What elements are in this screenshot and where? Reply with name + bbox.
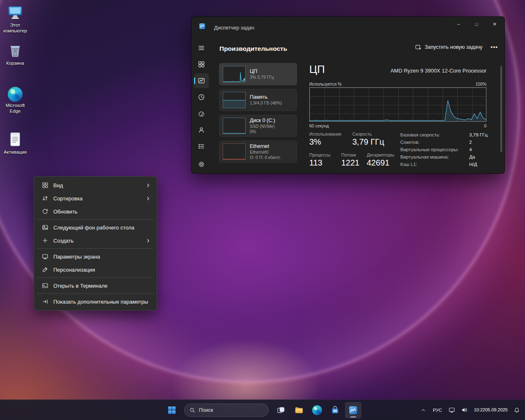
file-explorer-button[interactable]	[291, 402, 307, 418]
context-menu-item-view[interactable]: Вид	[36, 179, 155, 192]
detail-value: Да	[469, 154, 475, 159]
minimize-button[interactable]: –	[450, 18, 468, 31]
maximize-button[interactable]: □	[468, 18, 486, 31]
network-icon[interactable]	[446, 402, 458, 418]
desktop-icon-label: Корзина	[0, 60, 30, 66]
clock[interactable]: 10:22 05.09.2025	[471, 402, 510, 418]
stat-label: Использование	[309, 132, 342, 136]
running-indicator	[350, 416, 356, 418]
more-options-button[interactable]: •••	[491, 44, 498, 50]
desktop-icon-this-pc[interactable]: Этот компьютер	[0, 4, 30, 34]
stat-label: Процессы	[309, 152, 330, 157]
context-menu-item-new[interactable]: Создать	[36, 234, 155, 247]
desktop-context-menu: Вид Сортировка Обновить Следующий фон ра…	[34, 176, 157, 311]
task-manager-button[interactable]	[345, 402, 361, 418]
card-ethernet[interactable]: Ethernet Ethernet0 О: 0 П: 0 кбит/с	[219, 141, 297, 163]
memory-mini-chart	[223, 92, 246, 108]
desktop-icon-label: Этот компьютер	[0, 22, 30, 34]
titlebar[interactable]: Диспетчер задач – □ ✕	[192, 17, 504, 35]
task-manager-icon	[348, 405, 358, 415]
card-cpu[interactable]: ЦП 3% 3,79 ГГц	[219, 63, 297, 85]
desktop-icon-recycle-bin[interactable]: Корзина	[0, 42, 30, 66]
nav-performance[interactable]	[194, 73, 209, 88]
chevron-right-icon	[146, 238, 151, 245]
taskbar-search[interactable]: Поиск	[184, 404, 269, 417]
app-history-icon	[198, 93, 205, 101]
menu-item-label: Создать	[53, 238, 73, 244]
nav-startup-apps[interactable]	[194, 106, 209, 121]
detail-value: Н/Д	[469, 162, 477, 167]
users-icon	[198, 126, 205, 134]
context-menu-item-refresh[interactable]: Обновить	[36, 205, 155, 218]
card-memory[interactable]: Память 1,9/4,0 ГБ (48%)	[219, 89, 297, 111]
refresh-icon	[42, 208, 48, 215]
context-menu-item-personalization[interactable]: Персонализация	[36, 263, 155, 276]
card-sub: SSD (NVMe)	[250, 124, 275, 129]
menu-item-label: Открыть в Терминале	[53, 283, 107, 289]
card-sub: О: 0 П: 0 кбит/с	[250, 155, 281, 160]
tray-chevron-up[interactable]	[418, 402, 429, 418]
menu-separator	[37, 219, 154, 220]
run-new-task-label: Запустить новую задачу	[425, 44, 482, 50]
cpu-stats: Использование 3% Скорость 3,79 ГГц Проце…	[309, 132, 486, 173]
card-title: ЦП	[250, 68, 274, 75]
sort-icon	[42, 195, 48, 202]
view-icon	[42, 182, 48, 188]
context-menu-item-next-background[interactable]: Следующий фон рабочего стола	[36, 221, 155, 234]
task-view-button[interactable]	[273, 402, 289, 418]
context-menu-item-display-settings[interactable]: Параметры экрана	[36, 250, 155, 263]
edge-button[interactable]	[309, 402, 325, 418]
card-disk[interactable]: Диск 0 (C:) SSD (NVMe) 0%	[219, 115, 297, 137]
menu-item-label: Показать дополнительные параметры	[53, 299, 148, 305]
card-title: Память	[250, 94, 282, 100]
cpu-details: Базовая скорость:3,79 ГГц Сокетов:2 Вирт…	[400, 132, 486, 169]
cpu-mini-chart	[223, 66, 246, 82]
menu-separator	[37, 293, 154, 294]
this-pc-icon	[7, 4, 23, 21]
context-menu-item-show-more-options[interactable]: Показать дополнительные параметры	[36, 295, 155, 308]
taskbar: Поиск	[0, 400, 525, 420]
time: 10:22	[474, 407, 485, 413]
desktop: Этот компьютер Корзина Microsoft Edge Ак…	[0, 0, 525, 420]
task-manager-app-icon	[199, 23, 205, 30]
context-menu-item-open-in-terminal[interactable]: Открыть в Терминале	[36, 279, 155, 292]
desktop-icon-edge[interactable]: Microsoft Edge	[0, 87, 30, 114]
run-new-task-button[interactable]: Запустить новую задачу	[415, 44, 482, 50]
detail-value: 2	[469, 140, 472, 145]
stat-label: Потоки	[341, 152, 360, 157]
nav-details[interactable]	[194, 139, 209, 154]
chevron-right-icon	[146, 195, 151, 203]
start-button[interactable]	[164, 402, 180, 418]
performance-icon	[198, 77, 205, 84]
menu-item-label: Сортировка	[53, 195, 82, 202]
edge-icon	[312, 405, 322, 415]
close-button[interactable]: ✕	[486, 18, 504, 31]
graph-ymax: 100%	[475, 82, 486, 86]
personalization-icon	[42, 266, 48, 273]
nav-users[interactable]	[194, 123, 209, 137]
nav-rail	[192, 35, 211, 173]
stat-value: 3,79 ГГц	[352, 137, 384, 147]
menu-icon[interactable]	[194, 41, 209, 55]
menu-separator	[37, 277, 154, 278]
card-sub: Ethernet0	[250, 150, 281, 155]
store-button[interactable]	[327, 402, 343, 418]
notification-bell-icon[interactable]	[511, 402, 523, 418]
menu-item-label: Параметры экрана	[53, 254, 100, 260]
desktop-icon-label: Microsoft Edge	[0, 102, 30, 114]
settings-icon[interactable]	[194, 157, 209, 172]
graph-xmin: 60 секунд	[309, 123, 329, 128]
performance-cards: ЦП 3% 3,79 ГГц Память 1,9/4,0 ГБ (48%) Д…	[219, 63, 297, 163]
scrollbar-thumb[interactable]	[500, 66, 502, 152]
selected-indicator	[194, 77, 195, 84]
nav-processes[interactable]	[194, 57, 209, 72]
disk-mini-chart	[223, 118, 246, 134]
nav-app-history[interactable]	[194, 90, 209, 104]
volume-icon[interactable]	[459, 402, 470, 418]
startup-apps-icon	[198, 110, 205, 117]
context-menu-item-sort[interactable]: Сортировка	[36, 192, 155, 205]
stat-value: 42691	[367, 158, 394, 168]
language-indicator[interactable]: РУС	[429, 402, 445, 418]
desktop-icon-activation[interactable]: Активация	[0, 131, 30, 155]
file-explorer-icon	[294, 405, 304, 415]
